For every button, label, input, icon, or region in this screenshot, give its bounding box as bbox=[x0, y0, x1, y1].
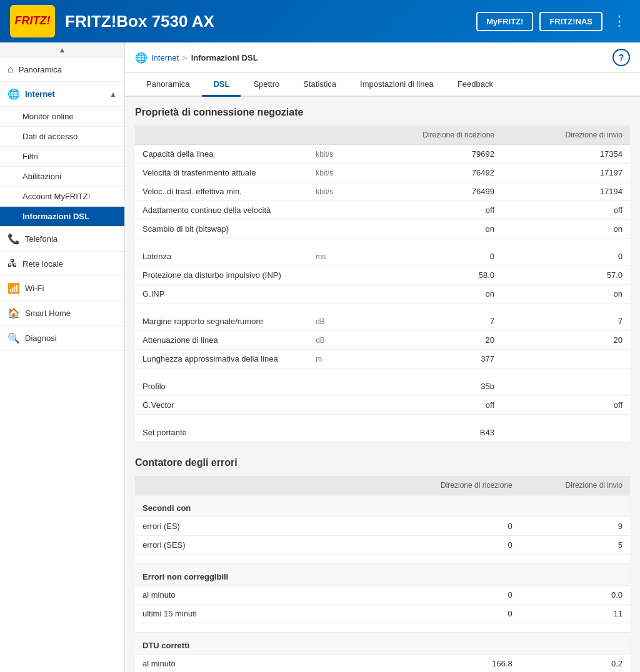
row-unit bbox=[348, 605, 388, 623]
row-unit: kbit/s bbox=[308, 182, 348, 201]
col-ricezione-header: Direzione di ricezione bbox=[348, 126, 502, 145]
sidebar-item-dati-accesso[interactable]: Dati di accesso bbox=[0, 127, 124, 147]
sidebar-sub-internet: Monitor online Dati di accesso Filtri Ab… bbox=[0, 107, 124, 227]
row-unit: dB bbox=[308, 331, 348, 350]
row-unit: ms bbox=[308, 247, 348, 266]
row-val1: 58.0 bbox=[348, 266, 502, 285]
row-val2: 0.0 bbox=[520, 586, 630, 605]
section1-title: Proprietà di connessione negoziate bbox=[135, 107, 630, 118]
row-label: Veloc. di trasf. effettiva min. bbox=[135, 182, 308, 201]
table-row: Margine rapporto segnale/rumore dB 7 7 bbox=[135, 312, 630, 331]
chevron-up-icon: ▲ bbox=[109, 90, 117, 99]
row-val1: on bbox=[348, 220, 502, 239]
row-label: G.Vector bbox=[135, 396, 308, 415]
row-label: Lunghezza approssimativa della linea bbox=[135, 350, 308, 368]
table-section-header: Secondi con bbox=[135, 495, 630, 517]
tab-statistica[interactable]: Statistica bbox=[292, 73, 348, 97]
row-val2: off bbox=[502, 396, 630, 415]
table-row: Capacità della linea kbit/s 79692 17354 bbox=[135, 145, 630, 164]
sidebar-item-rete-locale[interactable]: 🖧 Rete locale bbox=[0, 252, 124, 276]
sidebar-item-informazioni-dsl[interactable]: Informazioni DSL bbox=[0, 207, 124, 227]
row-unit bbox=[308, 266, 348, 285]
row-label: ultimi 15 minuti bbox=[135, 605, 348, 623]
row-val2: 0 bbox=[502, 247, 630, 266]
row-label: Latenza bbox=[135, 247, 308, 266]
tab-feedback[interactable]: Feedback bbox=[446, 73, 504, 97]
sidebar-item-internet[interactable]: 🌐 Internet ▲ bbox=[0, 82, 124, 107]
row-val1: 79692 bbox=[348, 145, 502, 164]
tab-dsl[interactable]: DSL bbox=[202, 73, 241, 97]
myfritz-button[interactable]: MyFRITZ! bbox=[476, 12, 533, 31]
menu-dots-icon[interactable]: ⋮ bbox=[609, 11, 630, 32]
table-section-header: Errori non correggibili bbox=[135, 564, 630, 586]
row-label: Velocità di trasferimento attuale bbox=[135, 164, 308, 182]
row-val1: off bbox=[348, 201, 502, 220]
row-val1: 0 bbox=[388, 517, 520, 536]
help-button[interactable]: ? bbox=[612, 49, 630, 66]
section-header-label: DTU corretti bbox=[135, 633, 630, 655]
sidebar-item-filtri[interactable]: Filtri bbox=[0, 147, 124, 167]
breadcrumb-current-page: Informazioni DSL bbox=[191, 53, 258, 62]
table-row: Set portante B43 bbox=[135, 423, 630, 442]
table-row: errori (SES) 0 5 bbox=[135, 536, 630, 555]
col-label-header bbox=[135, 126, 308, 145]
row-label: Protezione da disturbo impulsivo (INP) bbox=[135, 266, 308, 285]
sidebar-item-telefonia[interactable]: 📞 Telefonia bbox=[0, 227, 124, 252]
sidebar-item-panoramica[interactable]: ⌂ Panoramica bbox=[0, 57, 124, 82]
row-val2: 57.0 bbox=[502, 266, 630, 285]
col2-ricezione-header: Direzione di ricezione bbox=[388, 476, 520, 495]
row-val2: 20 bbox=[502, 331, 630, 350]
network-icon: 🖧 bbox=[8, 258, 18, 269]
layout: ▲ ⌂ Panoramica 🌐 Internet ▲ Monitor onli… bbox=[0, 42, 640, 672]
tab-impostazioni-linea[interactable]: Impostazioni di linea bbox=[349, 73, 445, 97]
sidebar-item-account-myfritz[interactable]: Account MyFRITZ! bbox=[0, 187, 124, 207]
row-val1: 7 bbox=[348, 312, 502, 331]
row-label: errori (SES) bbox=[135, 536, 348, 555]
table-row: errori (ES) 0 9 bbox=[135, 517, 630, 536]
row-val1: 35b bbox=[348, 377, 502, 396]
table-row: Latenza ms 0 0 bbox=[135, 247, 630, 266]
row-unit: m bbox=[308, 350, 348, 368]
col-invio-header: Direzione di invio bbox=[502, 126, 630, 145]
sidebar-item-wifi[interactable]: 📶 Wi-Fi bbox=[0, 276, 124, 301]
row-val2: 5 bbox=[520, 536, 630, 555]
row-unit bbox=[308, 423, 348, 442]
section-header-label: Secondi con bbox=[135, 495, 630, 517]
app-title: FRITZ!Box 7530 AX bbox=[65, 12, 476, 31]
sidebar-scroll-up[interactable]: ▲ bbox=[0, 42, 124, 57]
sidebar-item-diagnosi[interactable]: 🔍 Diagnosi bbox=[0, 326, 124, 351]
row-label: Set portante bbox=[135, 423, 308, 442]
row-val2: 17354 bbox=[502, 145, 630, 164]
row-unit bbox=[308, 285, 348, 304]
tab-spettro[interactable]: Spettro bbox=[242, 73, 291, 97]
row-unit bbox=[348, 536, 388, 555]
breadcrumb: 🌐 Internet > Informazioni DSL ? bbox=[125, 42, 640, 73]
row-unit bbox=[348, 517, 388, 536]
sidebar-item-abilitazioni[interactable]: Abilitazioni bbox=[0, 167, 124, 187]
row-unit bbox=[308, 396, 348, 415]
tab-panoramica[interactable]: Panoramica bbox=[135, 73, 201, 97]
section2-title: Contatore degli errori bbox=[135, 457, 630, 468]
fritznas-button[interactable]: FRITZ!NAS bbox=[539, 12, 602, 31]
table-row: Lunghezza approssimativa della linea m 3… bbox=[135, 350, 630, 368]
sidebar-item-monitor-online[interactable]: Monitor online bbox=[0, 107, 124, 127]
row-label: Adattamento continuo della velocità bbox=[135, 201, 308, 220]
row-val1: on bbox=[348, 285, 502, 304]
table-row: G.INP on on bbox=[135, 285, 630, 304]
wifi-icon: 📶 bbox=[8, 282, 20, 294]
table-row: Profilo 35b bbox=[135, 377, 630, 396]
breadcrumb-internet-link[interactable]: Internet bbox=[151, 53, 179, 62]
sidebar: ▲ ⌂ Panoramica 🌐 Internet ▲ Monitor onli… bbox=[0, 42, 125, 672]
row-unit bbox=[348, 586, 388, 605]
section1-table: Direzione di ricezione Direzione di invi… bbox=[135, 126, 630, 442]
sidebar-item-smart-home[interactable]: 🏠 Smart Home bbox=[0, 301, 124, 326]
table-row: al minuto 166.8 0.2 bbox=[135, 655, 630, 673]
globe-icon: 🌐 bbox=[8, 88, 20, 100]
row-unit: kbit/s bbox=[308, 164, 348, 182]
row-unit bbox=[348, 655, 388, 673]
row-val2 bbox=[502, 377, 630, 396]
table-row: ultimi 15 minuti 0 11 bbox=[135, 605, 630, 623]
table-section-header: DTU corretti bbox=[135, 633, 630, 655]
sidebar-label-wifi: Wi-Fi bbox=[25, 284, 117, 293]
row-label: al minuto bbox=[135, 586, 348, 605]
